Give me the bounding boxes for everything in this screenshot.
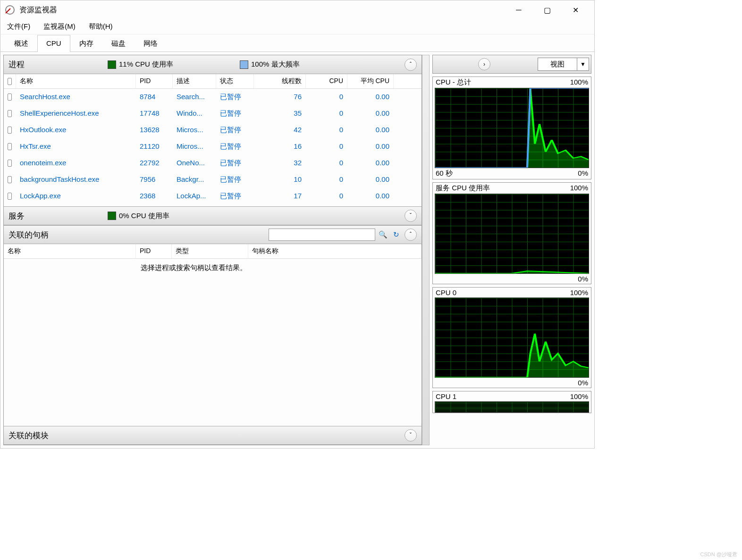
select-all-checkbox[interactable] xyxy=(8,78,12,85)
cell-pid: 14804 xyxy=(136,205,173,206)
cell-avg: 0.00 xyxy=(347,106,394,121)
cell-name: ShellExperienceHost.exe xyxy=(16,106,136,121)
row-checkbox[interactable] xyxy=(8,143,12,150)
table-row[interactable]: HxOutlook.exe 13628 Micros... 已暂停 42 0 0… xyxy=(4,122,422,138)
cell-status: 已暂停 xyxy=(216,172,254,187)
minimize-button[interactable]: ─ xyxy=(512,3,526,17)
h-col-name[interactable]: ˆ名称 xyxy=(4,244,136,258)
chart-max: 100% xyxy=(570,184,588,193)
row-checkbox[interactable] xyxy=(8,160,12,167)
col-pid[interactable]: PID xyxy=(136,74,173,88)
chart-canvas xyxy=(435,401,589,413)
cell-desc: Micros... xyxy=(173,123,216,137)
cell-threads: 42 xyxy=(254,123,306,137)
row-checkbox[interactable] xyxy=(8,127,12,134)
row-checkbox[interactable] xyxy=(8,193,12,200)
h-col-type[interactable]: 类型 xyxy=(172,244,248,258)
cell-cpu: 0 xyxy=(306,106,347,121)
menu-help[interactable]: 帮助(H) xyxy=(87,21,115,32)
table-row[interactable]: SearchHost.exe 8784 Search... 已暂停 76 0 0… xyxy=(4,89,422,105)
h-col-pid[interactable]: PID xyxy=(136,244,172,258)
cell-cpu: 0 xyxy=(306,139,347,154)
cell-avg: 0.00 xyxy=(347,156,394,170)
cell-pid: 22792 xyxy=(136,156,173,170)
cell-pid: 7956 xyxy=(136,172,173,187)
menu-monitor[interactable]: 监视器(M) xyxy=(42,21,77,32)
expand-modules-button[interactable]: ˇ xyxy=(405,429,417,441)
col-cpu[interactable]: CPU xyxy=(306,74,347,88)
modules-header[interactable]: 关联的模块 ˇ xyxy=(4,426,422,445)
cell-desc: LockAp... xyxy=(173,189,216,204)
close-button[interactable]: ✕ xyxy=(568,3,582,17)
col-desc[interactable]: 描述 xyxy=(173,74,216,88)
chart-canvas xyxy=(435,88,589,168)
h-col-handle[interactable]: 句柄名称 xyxy=(248,244,422,258)
scrollbar[interactable] xyxy=(422,55,430,445)
cell-status: 已暂停 xyxy=(216,106,254,121)
cell-status: 已暂停 xyxy=(216,156,254,170)
refresh-icon[interactable]: ↻ xyxy=(390,229,402,240)
collapse-charts-button[interactable]: › xyxy=(478,58,490,70)
services-header[interactable]: 服务 0% CPU 使用率 ˇ xyxy=(4,206,422,225)
col-status[interactable]: ˆ状态 xyxy=(216,74,254,88)
table-row[interactable]: backgroundTaskHost.exe 7956 Backgr... 已暂… xyxy=(4,171,422,188)
cell-cpu: 0 xyxy=(306,189,347,204)
table-row[interactable]: onenoteim.exe 22792 OneNo... 已暂停 32 0 0.… xyxy=(4,155,422,171)
view-label: 视图 xyxy=(538,60,577,69)
cell-cpu: 0 xyxy=(306,156,347,170)
chart-max: 100% xyxy=(570,78,588,87)
row-checkbox[interactable] xyxy=(8,110,12,117)
expand-services-button[interactable]: ˇ xyxy=(405,210,417,222)
cell-name: backgroundTaskHost.exe xyxy=(16,172,136,187)
cpu-usage-icon xyxy=(108,60,116,69)
chart-min: 0% xyxy=(578,275,588,283)
search-icon[interactable]: 🔍 xyxy=(377,229,388,240)
tab-disk[interactable]: 磁盘 xyxy=(102,35,135,52)
chart-1: 服务 CPU 使用率100% 0% xyxy=(432,182,591,284)
cell-threads: 13 xyxy=(254,205,306,206)
handles-header[interactable]: 关联的句柄 🔍 ↻ ˆ xyxy=(4,225,422,244)
cell-pid: 21120 xyxy=(136,139,173,154)
handles-search-input[interactable] xyxy=(269,229,375,241)
col-name[interactable]: 名称 xyxy=(16,74,136,88)
cell-pid: 13628 xyxy=(136,123,173,137)
cell-desc: Backgr... xyxy=(173,205,216,206)
tab-overview[interactable]: 概述 xyxy=(5,35,37,52)
cell-desc: OneNo... xyxy=(173,156,216,170)
cell-avg: 0.00 xyxy=(347,123,394,137)
chart-min: 0% xyxy=(578,379,588,387)
maximize-button[interactable]: ▢ xyxy=(540,3,554,17)
window-title: 资源监视器 xyxy=(19,5,512,15)
tab-memory[interactable]: 内存 xyxy=(70,35,102,52)
row-checkbox[interactable] xyxy=(8,93,12,101)
table-row[interactable]: LockApp.exe 2368 LockAp... 已暂停 17 0 0.00 xyxy=(4,188,422,204)
cell-avg: 0.00 xyxy=(347,189,394,204)
cell-name: HxOutlook.exe xyxy=(16,123,136,137)
services-cpu-label: 0% CPU 使用率 xyxy=(119,212,169,221)
menu-file[interactable]: 文件(F) xyxy=(5,21,32,32)
cell-cpu: 0 xyxy=(306,123,347,137)
cell-name: HxTsr.exe xyxy=(16,139,136,154)
table-row[interactable]: ShellExperienceHost.exe 17748 Windo... 已… xyxy=(4,105,422,122)
table-row[interactable]: HxTsr.exe 21120 Micros... 已暂停 16 0 0.00 xyxy=(4,138,422,155)
col-threads[interactable]: 线程数 xyxy=(254,74,306,88)
chart-3: CPU 1100% xyxy=(432,391,591,413)
col-avg[interactable]: 平均 CPU xyxy=(347,74,394,88)
tab-network[interactable]: 网络 xyxy=(135,35,167,52)
table-row[interactable]: backgroundTaskHost.exe 14804 Backgr... 已… xyxy=(4,204,422,206)
max-freq-icon xyxy=(240,60,248,69)
handles-title: 关联的句柄 xyxy=(8,229,108,240)
row-checkbox[interactable] xyxy=(8,176,12,183)
tab-cpu[interactable]: CPU xyxy=(37,35,70,52)
services-title: 服务 xyxy=(8,211,108,221)
collapse-processes-button[interactable]: ˆ xyxy=(405,59,417,71)
view-dropdown[interactable]: 视图 ▼ xyxy=(538,58,589,71)
processes-columns: 名称 PID 描述 ˆ状态 线程数 CPU 平均 CPU xyxy=(4,74,422,89)
tabbar: 概述 CPU 内存 磁盘 网络 xyxy=(0,34,594,52)
processes-table: 名称 PID 描述 ˆ状态 线程数 CPU 平均 CPU SearchHost.… xyxy=(4,74,422,206)
cell-threads: 35 xyxy=(254,106,306,121)
chart-canvas xyxy=(435,194,589,274)
services-cpu-icon xyxy=(108,212,116,220)
collapse-handles-button[interactable]: ˆ xyxy=(405,229,417,241)
processes-header[interactable]: 进程 11% CPU 使用率 100% 最大频率 ˆ xyxy=(4,55,422,74)
